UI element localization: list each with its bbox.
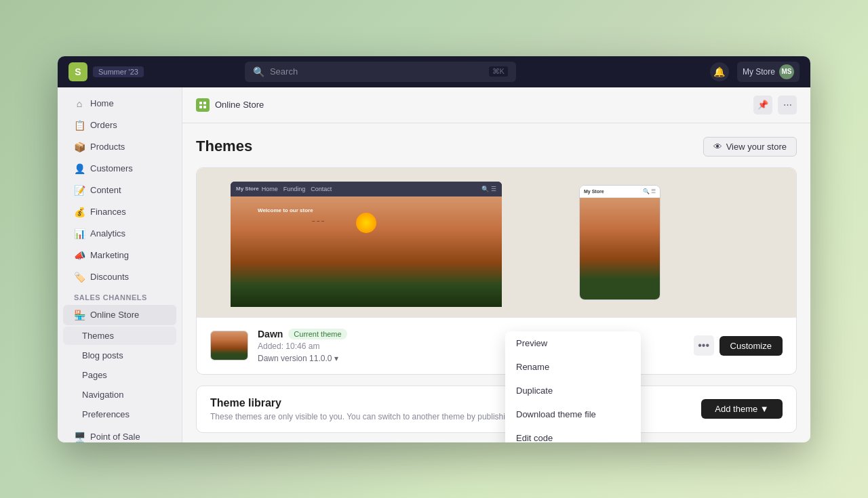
svg-rect-0 (199, 102, 202, 104)
view-store-label: View your store (726, 142, 787, 152)
dropdown-menu: Preview Rename Duplicate Download theme … (505, 331, 641, 442)
sidebar-subitem-navigation[interactable]: Navigation (63, 386, 176, 404)
page-title: Themes (196, 138, 252, 155)
content-area: Online Store 📌 ⋯ Themes 👁 View your stor… (182, 87, 810, 442)
content-icon: 📝 (74, 185, 85, 196)
sidebar-item-finances[interactable]: 💰 Finances (63, 202, 176, 222)
dropdown-item-preview[interactable]: Preview (505, 331, 641, 355)
sidebar-item-label: Content (90, 185, 121, 195)
mockup-toolbar: My Store Home Funding Contact 🔍 ☰ (231, 182, 502, 196)
sidebar-item-online-store[interactable]: 🏪 Online Store (63, 305, 176, 325)
sidebar-item-label: Finances (90, 207, 126, 217)
home-icon: ⌂ (74, 98, 85, 109)
mobile-store-name: My Store (584, 189, 604, 194)
dropdown-item-download[interactable]: Download theme file (505, 402, 641, 426)
topbar: S Summer '23 🔍 Search ⌘K 🔔 My Store MS (58, 56, 810, 87)
sidebar-subitem-blog-posts[interactable]: Blog posts (63, 346, 176, 365)
pages-label: Pages (82, 370, 107, 380)
sidebar-item-content[interactable]: 📝 Content (63, 180, 176, 201)
shopify-logo: S (68, 62, 87, 81)
mockup-landscape: Welcome to our store ~ ~ ~ (231, 196, 502, 307)
mockup-icons: 🔍 ☰ (481, 186, 496, 192)
sidebar-item-discounts[interactable]: 🏷️ Discounts (63, 267, 176, 287)
add-theme-chevron-icon: ▼ (760, 404, 769, 414)
breadcrumb-icon (196, 98, 210, 112)
pos-label: Point of Sale (90, 432, 140, 442)
themes-page: Themes 👁 View your store My Store (182, 123, 810, 442)
mockup-hero-text: Welcome to our store (258, 207, 313, 213)
theme-info-right: ••• Customize (694, 335, 783, 356)
navigation-label: Navigation (82, 390, 123, 400)
dropdown-item-duplicate[interactable]: Duplicate (505, 379, 641, 402)
add-theme-button[interactable]: Add theme ▼ (701, 399, 783, 419)
mockup-nav: Home Funding Contact (262, 186, 332, 192)
sidebar-item-orders[interactable]: 📋 Orders (63, 115, 176, 136)
theme-info: Dawn Current theme Added: 10:46 am Dawn … (197, 317, 796, 374)
products-icon: 📦 (74, 142, 85, 152)
breadcrumb-label: Online Store (215, 100, 264, 110)
theme-preview: My Store Home Funding Contact 🔍 ☰ (197, 168, 796, 317)
sidebar-item-home[interactable]: ⌂ Home (63, 94, 176, 114)
pin-button[interactable]: 📌 (753, 96, 772, 115)
sidebar-subitem-preferences[interactable]: Preferences (63, 405, 176, 423)
sales-channels-label: Sales channels (63, 288, 176, 304)
view-store-button[interactable]: 👁 View your store (703, 137, 797, 157)
theme-name: Dawn (258, 329, 283, 339)
theme-info-left: Dawn Current theme Added: 10:46 am Dawn … (210, 329, 347, 363)
store-selector[interactable]: My Store MS (737, 62, 800, 82)
version-label: Dawn version 11.0.0 (258, 354, 332, 363)
preferences-label: Preferences (82, 409, 130, 419)
sidebar-item-analytics[interactable]: 📊 Analytics (63, 224, 176, 244)
svg-rect-3 (203, 106, 206, 108)
summer-badge: Summer '23 (93, 66, 144, 77)
dropdown-item-edit-code[interactable]: Edit code (505, 426, 641, 442)
sidebar-item-customers[interactable]: 👤 Customers (63, 159, 176, 179)
version-chevron-icon: ▾ (334, 354, 338, 363)
search-bar[interactable]: 🔍 Search ⌘K (245, 62, 516, 82)
sidebar-item-pos[interactable]: 🖥️ Point of Sale (63, 427, 176, 442)
sidebar-item-label: Orders (90, 120, 117, 130)
blog-posts-label: Blog posts (82, 350, 123, 360)
more-button[interactable]: ⋯ (778, 96, 797, 115)
svg-rect-1 (203, 102, 206, 104)
breadcrumb: Online Store (196, 98, 264, 112)
theme-card-current: My Store Home Funding Contact 🔍 ☰ (196, 167, 797, 375)
header-actions: 📌 ⋯ (753, 96, 797, 115)
mobile-mockup: My Store 🔍 ☰ (579, 185, 660, 300)
sidebar: ⌂ Home 📋 Orders 📦 Products 👤 Customers 📝… (58, 87, 182, 442)
dropdown-item-rename[interactable]: Rename (505, 355, 641, 379)
desktop-mockup: My Store Home Funding Contact 🔍 ☰ (231, 182, 502, 307)
orders-icon: 📋 (74, 120, 85, 131)
sidebar-item-label: Marketing (90, 250, 129, 260)
mockup-store-name: My Store (236, 186, 259, 192)
customers-icon: 👤 (74, 163, 85, 174)
sidebar-item-label: Customers (90, 163, 133, 173)
theme-thumbnail (210, 331, 248, 360)
sidebar-item-label: Discounts (90, 272, 129, 282)
svg-rect-2 (199, 106, 202, 108)
search-input[interactable]: Search (270, 66, 484, 77)
sidebar-item-products[interactable]: 📦 Products (63, 137, 176, 157)
notification-button[interactable]: 🔔 (710, 62, 729, 81)
sidebar-item-label: Home (90, 98, 114, 108)
store-name: My Store (743, 67, 775, 77)
version-selector[interactable]: Dawn version 11.0.0 ▾ (258, 354, 347, 363)
mobile-toolbar: My Store 🔍 ☰ (580, 186, 660, 198)
mockup-content: Welcome to our store ~ ~ ~ (231, 196, 502, 307)
avatar: MS (779, 64, 794, 79)
sidebar-item-label: Products (90, 142, 125, 152)
sidebar-subitem-pages[interactable]: Pages (63, 366, 176, 384)
mockup-sun (356, 213, 376, 233)
customize-button[interactable]: Customize (719, 336, 783, 356)
theme-options-button[interactable]: ••• (694, 335, 714, 356)
add-theme-label: Add theme (715, 404, 757, 414)
sidebar-subitem-themes[interactable]: Themes (63, 327, 176, 345)
sidebar-item-marketing[interactable]: 📣 Marketing (63, 245, 176, 266)
view-store-icon: 👁 (713, 142, 722, 152)
themes-header: Themes 👁 View your store (196, 137, 797, 157)
theme-thumbnail-inner (211, 331, 248, 360)
current-theme-badge: Current theme (288, 329, 347, 339)
mobile-content (580, 198, 660, 299)
discounts-icon: 🏷️ (74, 272, 85, 283)
analytics-icon: 📊 (74, 228, 85, 239)
